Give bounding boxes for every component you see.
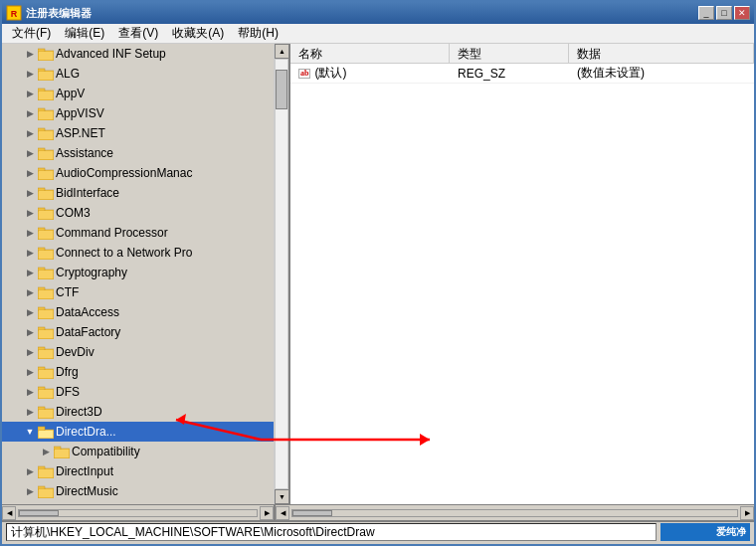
tree-item-connect-network[interactable]: ▶ Connect to a Network Pro: [2, 243, 274, 263]
cell-data: (数值未设置): [569, 65, 754, 82]
folder-icon: [38, 145, 54, 161]
tree-item-directdraw[interactable]: ▼ DirectDra...: [2, 422, 274, 442]
folder-icon: [54, 444, 70, 459]
tree-item-com3[interactable]: ▶ COM3: [2, 203, 274, 223]
scroll-up-button[interactable]: ▲: [275, 44, 289, 59]
tree-item-dataaccess[interactable]: ▶ DataAccess: [2, 302, 274, 322]
tree-item-direct3d[interactable]: ▶ Direct3D: [2, 402, 274, 422]
expander-icon: ▶: [22, 324, 38, 340]
svg-rect-18: [38, 148, 45, 151]
expander-icon: ▶: [22, 105, 38, 121]
tree-item-directmusic[interactable]: ▶ DirectMusic: [2, 481, 274, 501]
tree-item-aspnet[interactable]: ▶ ASP.NET: [2, 123, 274, 143]
folder-icon: [38, 404, 54, 420]
tree-item-alg[interactable]: ▶ ALG: [2, 64, 274, 84]
tree-item-dfrg[interactable]: ▶ Dfrg: [2, 362, 274, 382]
svg-text:R: R: [11, 9, 18, 19]
expander-icon: ▼: [22, 424, 38, 440]
tree-item-audiocompression[interactable]: ▶ AudioCompressionManac: [2, 163, 274, 183]
tree-item-assistance[interactable]: ▶ Assistance: [2, 143, 274, 163]
tree-item-cryptography[interactable]: ▶ Cryptography: [2, 263, 274, 282]
scroll-right-button[interactable]: ▶: [260, 506, 274, 520]
scroll-left-button-2[interactable]: ◀: [276, 506, 289, 520]
menu-help[interactable]: 帮助(H): [232, 24, 284, 43]
content-hscrollbar: ◀ ▶: [276, 505, 754, 520]
svg-rect-67: [39, 469, 53, 477]
tree-item-datafactory[interactable]: ▶ DataFactory: [2, 322, 274, 342]
menu-favorites[interactable]: 收藏夹(A): [166, 24, 230, 43]
svg-rect-6: [38, 69, 45, 72]
logo-area: 爱纯净: [661, 523, 750, 541]
scroll-thumb[interactable]: [276, 70, 287, 109]
expander-icon: ▶: [22, 265, 38, 280]
col-header-name[interactable]: 名称: [290, 44, 450, 63]
tree-label-dfrg: Dfrg: [56, 365, 274, 379]
tree-label-directmusic: DirectMusic: [56, 484, 274, 498]
tree-item-bidinterface[interactable]: ▶ BidInterface: [2, 183, 274, 203]
content-hscroll-track[interactable]: [291, 509, 738, 517]
tree-label-com3: COM3: [56, 206, 274, 220]
expander-icon: ▶: [22, 185, 38, 201]
cell-type: REG_SZ: [450, 67, 569, 81]
menu-file[interactable]: 文件(F): [6, 24, 57, 43]
expander-icon: ▶: [22, 86, 38, 101]
tree-item-dfs[interactable]: ▶ DFS: [2, 382, 274, 402]
tree-label-directdraw: DirectDra...: [56, 425, 274, 439]
expander-icon: ▶: [22, 245, 38, 261]
menu-view[interactable]: 查看(V): [112, 24, 164, 43]
table-row[interactable]: ab (默认) REG_SZ (数值未设置): [290, 64, 754, 84]
tree-label-bidinterface: BidInterface: [56, 186, 274, 200]
tree-item-advanced-inf-setup[interactable]: ▶ Advanced INF Setup: [2, 44, 274, 64]
scroll-left-button[interactable]: ◀: [2, 506, 16, 520]
expander-icon: ▶: [22, 304, 38, 320]
folder-icon: [38, 225, 54, 241]
tree-label-dataaccess: DataAccess: [56, 305, 274, 319]
maximize-button[interactable]: □: [716, 6, 732, 20]
tree-item-devdiv[interactable]: ▶ DevDiv: [2, 342, 274, 362]
tree-item-directinput[interactable]: ▶ DirectInput: [2, 461, 274, 481]
close-button[interactable]: ✕: [734, 6, 750, 20]
expander-icon: ▶: [22, 463, 38, 479]
content-hscroll-thumb[interactable]: [292, 510, 332, 516]
scroll-right-button-2[interactable]: ▶: [740, 506, 754, 520]
tree-label-devdiv: DevDiv: [56, 345, 274, 359]
tree-label-audiocompression: AudioCompressionManac: [56, 166, 274, 180]
scroll-track[interactable]: [275, 59, 288, 489]
col-header-type[interactable]: 类型: [450, 44, 569, 63]
folder-icon: [38, 46, 54, 62]
folder-icon: [38, 463, 54, 479]
svg-rect-16: [39, 131, 53, 139]
folder-icon: [38, 125, 54, 141]
svg-rect-66: [38, 466, 45, 469]
svg-rect-7: [39, 72, 53, 80]
expander-icon: ▶: [22, 483, 38, 499]
main-split: ▶ Advanced INF Setup ▶ ALG ▶: [2, 44, 754, 504]
scroll-down-button[interactable]: ▼: [275, 489, 289, 504]
folder-icon: [38, 245, 54, 261]
row-name-label: (默认): [314, 65, 346, 82]
ab-icon: ab: [298, 69, 310, 79]
tree-item-appv[interactable]: ▶ AppV: [2, 84, 274, 103]
expander-icon: ▶: [22, 46, 38, 62]
svg-rect-69: [38, 486, 45, 489]
expander-icon: ▶: [22, 205, 38, 221]
svg-rect-63: [54, 447, 61, 450]
tree-item-command-processor[interactable]: ▶ Command Processor: [2, 223, 274, 243]
svg-rect-9: [38, 89, 45, 91]
col-header-data[interactable]: 数据: [569, 44, 754, 63]
tree-item-appvisv[interactable]: ▶ AppVISV: [2, 103, 274, 123]
tree-label-aspnet: ASP.NET: [56, 126, 274, 140]
svg-rect-27: [38, 208, 45, 211]
menu-edit[interactable]: 编辑(E): [59, 24, 110, 43]
tree-item-compatibility[interactable]: ▶ Compatibility: [2, 442, 274, 461]
tree-panel: ▶ Advanced INF Setup ▶ ALG ▶: [2, 44, 290, 504]
folder-icon: [38, 304, 54, 320]
folder-icon: [38, 265, 54, 280]
tree-item-ctf[interactable]: ▶ CTF: [2, 282, 274, 302]
tree-hscroll-track[interactable]: [18, 509, 258, 517]
title-bar: R 注册表编辑器 _ □ ✕: [2, 2, 754, 24]
minimize-button[interactable]: _: [698, 6, 714, 20]
tree-hscroll-thumb[interactable]: [19, 510, 59, 516]
svg-rect-42: [38, 307, 45, 310]
folder-icon: [38, 165, 54, 181]
